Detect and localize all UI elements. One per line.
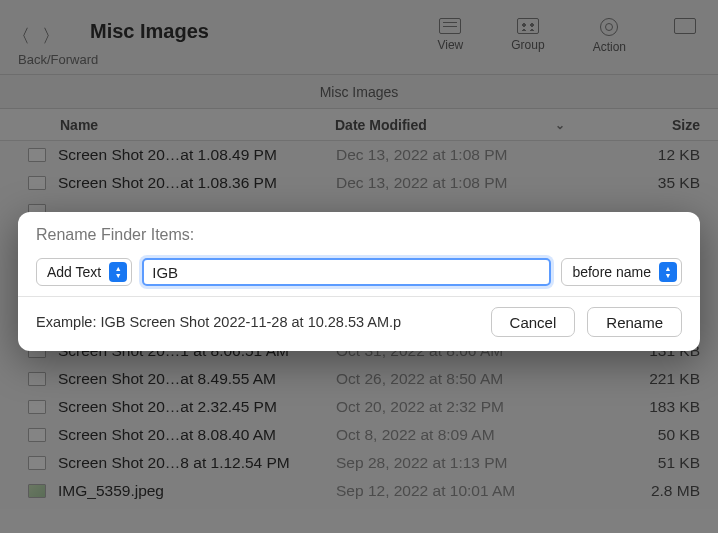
select-arrows-icon: ▲▼	[109, 262, 127, 282]
dialog-title: Rename Finder Items:	[36, 226, 682, 244]
position-select[interactable]: before name ▲▼	[561, 258, 682, 286]
divider	[18, 296, 700, 297]
cancel-button[interactable]: Cancel	[491, 307, 576, 337]
select-arrows-icon: ▲▼	[659, 262, 677, 282]
add-text-input[interactable]	[142, 258, 551, 286]
rename-dialog: Rename Finder Items: Add Text ▲▼ before …	[18, 212, 700, 351]
mode-select[interactable]: Add Text ▲▼	[36, 258, 132, 286]
rename-button[interactable]: Rename	[587, 307, 682, 337]
example-text: Example: IGB Screen Shot 2022-11-28 at 1…	[36, 314, 479, 330]
